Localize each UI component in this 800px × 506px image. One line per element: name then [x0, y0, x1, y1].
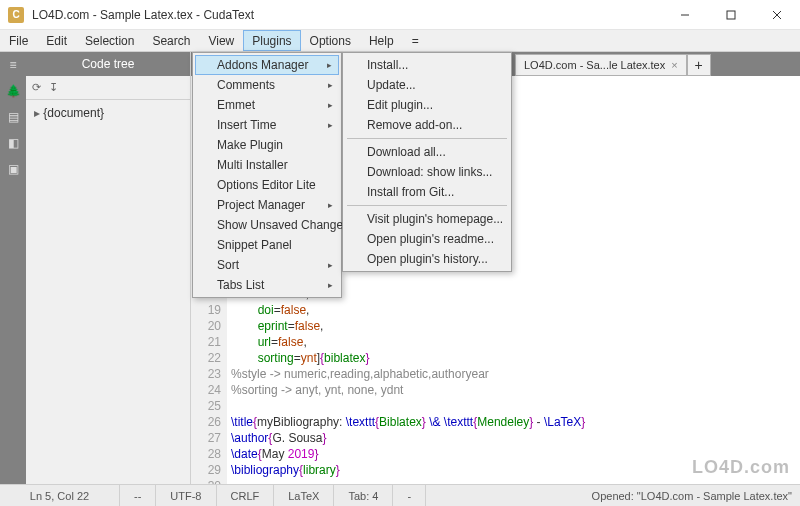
- addons-item-update[interactable]: Update...: [345, 75, 509, 95]
- addons-item-download-show-links[interactable]: Download: show links...: [345, 162, 509, 182]
- plugins-item-emmet[interactable]: Emmet: [195, 95, 339, 115]
- tree-sync-icon[interactable]: ⟳: [32, 81, 41, 94]
- addons-item-install-from-git[interactable]: Install from Git...: [345, 182, 509, 202]
- close-button[interactable]: [754, 0, 800, 30]
- status-eol[interactable]: CRLF: [217, 485, 275, 506]
- sidebar-icon-snippets[interactable]: ▣: [0, 156, 26, 182]
- addons-item-remove-add-on[interactable]: Remove add-on...: [345, 115, 509, 135]
- plugins-item-comments[interactable]: Comments: [195, 75, 339, 95]
- addons-item-edit-plugin[interactable]: Edit plugin...: [345, 95, 509, 115]
- plugins-menu[interactable]: Addons ManagerCommentsEmmetInsert TimeMa…: [192, 52, 342, 298]
- status-message: Opened: "LO4D.com - Sample Latex.tex": [426, 490, 800, 502]
- tree-node-document[interactable]: {document}: [34, 106, 182, 120]
- plugins-item-make-plugin[interactable]: Make Plugin: [195, 135, 339, 155]
- status-lineends[interactable]: --: [120, 485, 156, 506]
- sidebar-icon-menu[interactable]: ≡: [0, 52, 26, 78]
- plugins-item-show-unsaved-changes[interactable]: Show Unsaved Changes: [195, 215, 339, 235]
- svg-rect-1: [727, 11, 735, 19]
- plugins-item-project-manager[interactable]: Project Manager: [195, 195, 339, 215]
- new-tab-button[interactable]: +: [687, 54, 711, 76]
- tab-close-icon[interactable]: ×: [671, 59, 677, 71]
- tree-sort-icon[interactable]: ↧: [49, 81, 58, 94]
- addons-item-open-plugin-s-readme[interactable]: Open plugin's readme...: [345, 229, 509, 249]
- status-tabsize[interactable]: Tab: 4: [334, 485, 393, 506]
- menu-selection[interactable]: Selection: [76, 30, 143, 51]
- tab-sample-latex[interactable]: LO4D.com - Sa...le Latex.tex ×: [515, 54, 687, 76]
- menu-options[interactable]: Options: [301, 30, 360, 51]
- addons-item-download-all[interactable]: Download all...: [345, 142, 509, 162]
- plugins-item-options-editor-lite[interactable]: Options Editor Lite: [195, 175, 339, 195]
- status-map[interactable]: -: [393, 485, 426, 506]
- app-icon: C: [8, 7, 24, 23]
- plugins-item-snippet-panel[interactable]: Snippet Panel: [195, 235, 339, 255]
- plugins-item-sort[interactable]: Sort: [195, 255, 339, 275]
- title-bar: C LO4D.com - Sample Latex.tex - CudaText: [0, 0, 800, 30]
- window-title: LO4D.com - Sample Latex.tex - CudaText: [32, 8, 662, 22]
- sidebar-icon-tabs[interactable]: ◧: [0, 130, 26, 156]
- code-tree[interactable]: {document}: [26, 100, 190, 484]
- addons-item-install[interactable]: Install...: [345, 55, 509, 75]
- menu-file[interactable]: File: [0, 30, 37, 51]
- minimize-icon: [680, 10, 690, 20]
- status-position[interactable]: Ln 5, Col 22: [0, 485, 120, 506]
- side-panel-title: Code tree: [26, 52, 190, 76]
- menu-=[interactable]: =: [403, 30, 428, 51]
- plugins-item-insert-time[interactable]: Insert Time: [195, 115, 339, 135]
- addons-manager-submenu[interactable]: Install...Update...Edit plugin...Remove …: [342, 52, 512, 272]
- side-panel: Code tree ⟳ ↧ {document}: [26, 52, 191, 484]
- menu-search[interactable]: Search: [143, 30, 199, 51]
- menu-bar: FileEditSelectionSearchViewPluginsOption…: [0, 30, 800, 52]
- maximize-icon: [726, 10, 736, 20]
- plugins-item-addons-manager[interactable]: Addons Manager: [195, 55, 339, 75]
- menu-edit[interactable]: Edit: [37, 30, 76, 51]
- sidebar-strip: ≡ 🌲 ▤ ◧ ▣: [0, 52, 26, 484]
- close-icon: [772, 10, 782, 20]
- menu-plugins[interactable]: Plugins: [243, 30, 300, 51]
- maximize-button[interactable]: [708, 0, 754, 30]
- sidebar-icon-project[interactable]: ▤: [0, 104, 26, 130]
- status-lexer[interactable]: LaTeX: [274, 485, 334, 506]
- sidebar-icon-tree[interactable]: 🌲: [0, 78, 26, 104]
- addons-item-visit-plugin-s-homepage[interactable]: Visit plugin's homepage...: [345, 209, 509, 229]
- addons-item-open-plugin-s-history[interactable]: Open plugin's history...: [345, 249, 509, 269]
- status-encoding[interactable]: UTF-8: [156, 485, 216, 506]
- minimize-button[interactable]: [662, 0, 708, 30]
- menu-view[interactable]: View: [199, 30, 243, 51]
- plugins-item-tabs-list[interactable]: Tabs List: [195, 275, 339, 295]
- status-bar: Ln 5, Col 22 -- UTF-8 CRLF LaTeX Tab: 4 …: [0, 484, 800, 506]
- tab-label: LO4D.com - Sa...le Latex.tex: [524, 59, 665, 71]
- plugins-item-multi-installer[interactable]: Multi Installer: [195, 155, 339, 175]
- side-panel-toolbar: ⟳ ↧: [26, 76, 190, 100]
- menu-help[interactable]: Help: [360, 30, 403, 51]
